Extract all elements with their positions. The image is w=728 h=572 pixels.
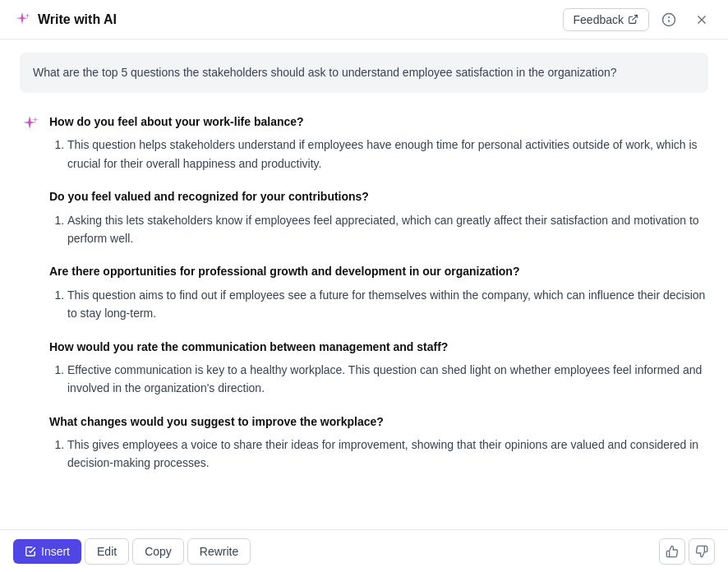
sparkle-logo-icon <box>13 11 31 29</box>
svg-line-0 <box>632 16 637 21</box>
footer-left: Insert Edit Copy Rewrite <box>13 538 251 565</box>
question-heading-1: How do you feel about your work-life bal… <box>49 113 708 131</box>
question-heading-4: How would you rate the communication bet… <box>49 338 708 356</box>
close-button[interactable] <box>689 7 715 33</box>
feedback-button[interactable]: Feedback <box>563 8 649 31</box>
query-text: What are the top 5 questions the stakeho… <box>33 66 617 79</box>
app-title: Write with AI <box>38 12 117 27</box>
list-item: This gives employees a voice to share th… <box>67 436 708 473</box>
rewrite-button[interactable]: Rewrite <box>187 538 251 565</box>
thumbs-up-button[interactable] <box>659 538 685 565</box>
copy-label: Copy <box>145 545 172 558</box>
info-icon <box>661 12 676 27</box>
list-item: Effective communication is key to a heal… <box>67 361 708 398</box>
header-left: Write with AI <box>13 11 117 29</box>
query-box: What are the top 5 questions the stakeho… <box>20 53 708 93</box>
query-section: What are the top 5 questions the stakeho… <box>0 39 728 99</box>
list-item: Asking this lets stakeholders know if em… <box>67 211 708 248</box>
edit-button[interactable]: Edit <box>85 538 129 565</box>
header: Write with AI Feedback <box>0 0 728 39</box>
external-link-icon <box>628 14 638 25</box>
ai-sparkle-icon <box>20 114 39 134</box>
answer-list-1: This question helps stakeholders underst… <box>49 136 708 173</box>
close-icon <box>694 12 709 27</box>
header-right: Feedback <box>563 7 715 33</box>
thumbs-down-icon <box>695 545 708 558</box>
info-button[interactable] <box>656 7 682 33</box>
list-item: This question aims to find out if employ… <box>67 286 708 323</box>
edit-label: Edit <box>97 545 117 558</box>
ai-icon-column <box>0 99 49 529</box>
footer-right <box>659 538 715 565</box>
thumbs-down-button[interactable] <box>689 538 715 565</box>
answer-list-4: Effective communication is key to a heal… <box>49 361 708 398</box>
question-heading-5: What changes would you suggest to improv… <box>49 413 708 431</box>
question-heading-2: Do you feel valued and recognized for yo… <box>49 187 708 205</box>
answer-list-3: This question aims to find out if employ… <box>49 286 708 323</box>
rewrite-label: Rewrite <box>200 545 238 558</box>
list-item: This question helps stakeholders underst… <box>67 136 708 173</box>
content-area: How do you feel about your work-life bal… <box>0 99 728 529</box>
answer-list-5: This gives employees a voice to share th… <box>49 436 708 473</box>
question-heading-3: Are there opportunities for professional… <box>49 262 708 280</box>
response-content: How do you feel about your work-life bal… <box>49 99 728 529</box>
copy-button[interactable]: Copy <box>132 538 184 565</box>
answer-list-2: Asking this lets stakeholders know if em… <box>49 211 708 248</box>
thumbs-up-icon <box>666 545 679 558</box>
insert-button[interactable]: Insert <box>13 539 81 564</box>
footer-toolbar: Insert Edit Copy Rewrite <box>0 529 728 572</box>
feedback-label: Feedback <box>574 13 624 26</box>
insert-label: Insert <box>41 545 70 558</box>
insert-icon <box>25 546 36 557</box>
